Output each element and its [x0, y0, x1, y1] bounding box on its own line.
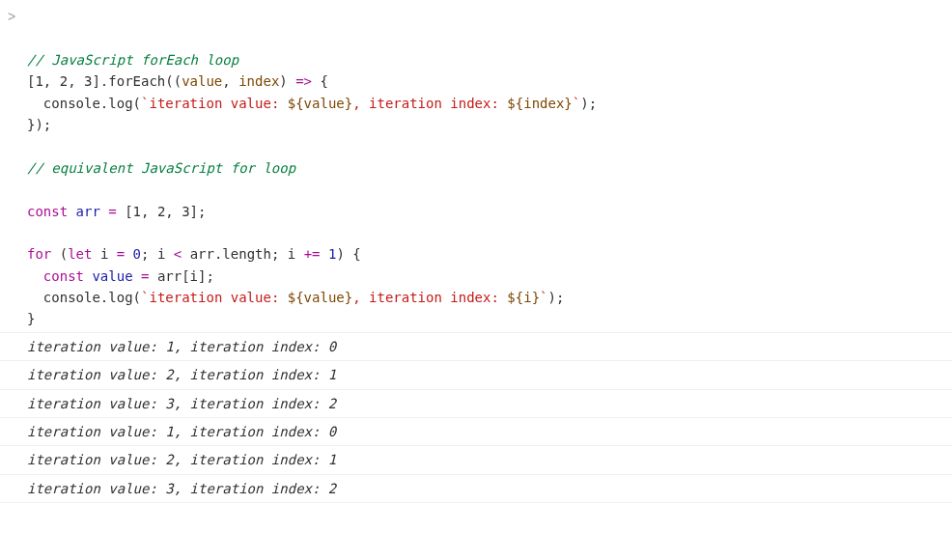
- devtools-console: > // JavaScript forEach loop [1, 2, 3].f…: [0, 0, 952, 507]
- code-line: for (let i = 0; i < arr.length; i += 1) …: [27, 246, 361, 262]
- console-output-line: iteration value: 3, iteration index: 2: [0, 389, 952, 417]
- code-line: });: [27, 117, 51, 132]
- console-output-line: iteration value: 1, iteration index: 0: [0, 332, 952, 360]
- code-line: console.log(`iteration value: ${value}, …: [27, 96, 597, 111]
- console-output-line: iteration value: 2, iteration index: 1: [0, 445, 952, 473]
- code-line: const value = arr[i];: [27, 268, 214, 284]
- code-line: }: [27, 311, 35, 326]
- console-output-line: iteration value: 3, iteration index: 2: [0, 474, 952, 503]
- code-line: const arr = [1, 2, 3];: [27, 204, 206, 219]
- console-input-block[interactable]: > // JavaScript forEach loop [1, 2, 3].f…: [0, 4, 952, 332]
- console-output-line: iteration value: 2, iteration index: 1: [0, 360, 952, 388]
- console-prompt-icon: >: [8, 6, 15, 27]
- code-line: [1, 2, 3].forEach((value, index) => {: [27, 73, 328, 89]
- code-comment: // JavaScript forEach loop: [27, 52, 238, 68]
- code-comment: // equivalent JavaScript for loop: [27, 160, 295, 176]
- code-line: console.log(`iteration value: ${value}, …: [27, 290, 564, 305]
- console-output-line: iteration value: 1, iteration index: 0: [0, 417, 952, 445]
